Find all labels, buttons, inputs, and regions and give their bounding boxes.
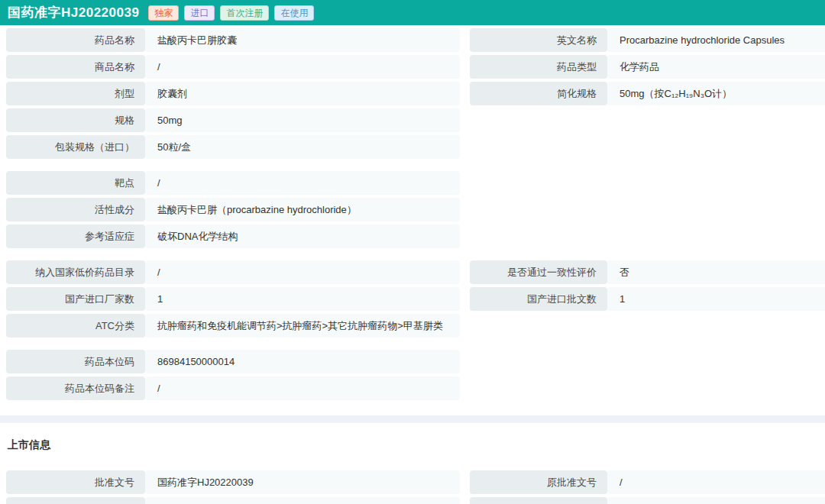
field-label: ATC分类 xyxy=(6,314,145,338)
badge-first-registration: 首次注册 xyxy=(220,5,269,21)
field-label: 活性成分 xyxy=(6,198,145,221)
table-row: 国产进口厂家数 1 国产进口批文数 1 xyxy=(6,287,825,311)
field-value: / xyxy=(145,171,460,195)
field-value xyxy=(145,497,460,504)
table-row: 纳入国家低价药品目录 / 是否通过一致性评价 否 xyxy=(6,260,825,284)
field-label: 批准文号 xyxy=(6,470,145,494)
field-value: / xyxy=(145,376,460,400)
table-row: 商品名称 / 药品类型 化学药品 xyxy=(6,55,825,79)
field-label: 国产进口批文数 xyxy=(470,287,607,311)
listing-section-title: 上市信息 xyxy=(8,438,825,452)
field-value: 盐酸丙卡巴肼胶囊 xyxy=(145,28,460,52)
field-value: 50mg xyxy=(145,108,460,132)
field-value: 1 xyxy=(145,287,460,311)
table-row: 批准文号 国药准字HJ20220039 原批准文号 / xyxy=(6,470,825,494)
field-value: 抗肿瘤药和免疫机能调节药>抗肿瘤药>其它抗肿瘤药物>甲基肼类 xyxy=(145,314,460,338)
approval-number-title: 国药准字HJ20220039 xyxy=(8,4,139,21)
field-label: 英文名称 xyxy=(470,28,607,52)
field-label: 简化规格 xyxy=(470,82,607,105)
field-label: 靶点 xyxy=(6,171,145,195)
field-label: 商品名称 xyxy=(6,55,145,79)
field-label: 药品名称 xyxy=(6,28,145,52)
field-value: 50mg（按C₁₂H₁₉N₃O计） xyxy=(607,82,825,105)
info-group-pharmacology: 靶点 / 活性成分 盐酸丙卡巴肼（procarbazine hydrochlor… xyxy=(0,171,825,248)
table-row: 活性成分 盐酸丙卡巴肼（procarbazine hydrochloride） xyxy=(6,198,825,221)
section-divider xyxy=(0,415,825,423)
listing-section: 批准文号 国药准字HJ20220039 原批准文号 / xyxy=(0,470,825,504)
table-row-clipped xyxy=(6,497,825,504)
field-label: 药品本位码 xyxy=(6,350,145,373)
table-row: 药品本位码 86984150000014 xyxy=(6,350,825,373)
field-value xyxy=(607,497,825,504)
field-value: 50粒/盒 xyxy=(145,135,460,159)
field-value: 国药准字HJ20220039 xyxy=(145,470,460,494)
table-row: 药品名称 盐酸丙卡巴肼胶囊 英文名称 Procarbazine hydrochl… xyxy=(6,28,825,52)
info-group-code: 药品本位码 86984150000014 药品本位码备注 / xyxy=(0,350,825,400)
table-row: 靶点 / xyxy=(6,171,825,195)
field-label: 药品本位码备注 xyxy=(6,376,145,400)
field-label: 是否通过一致性评价 xyxy=(470,260,607,284)
field-value: Procarbazine hydrochloride Capsules xyxy=(607,28,825,52)
field-value: / xyxy=(607,470,825,494)
badge-in-use: 在使用 xyxy=(274,5,314,21)
field-value: 破坏DNA化学结构 xyxy=(145,225,460,248)
badge-imported: 进口 xyxy=(184,5,215,21)
table-row: 药品本位码备注 / xyxy=(6,376,825,400)
field-label: 规格 xyxy=(6,108,145,132)
field-value: 化学药品 xyxy=(607,55,825,79)
table-row: 包装规格（进口） 50粒/盒 xyxy=(6,135,825,159)
table-row: ATC分类 抗肿瘤药和免疫机能调节药>抗肿瘤药>其它抗肿瘤药物>甲基肼类 xyxy=(6,314,825,338)
table-row: 参考适应症 破坏DNA化学结构 xyxy=(6,225,825,248)
field-value: 盐酸丙卡巴肼（procarbazine hydrochloride） xyxy=(145,198,460,221)
field-value: 1 xyxy=(607,287,825,311)
header-bar: 国药准字HJ20220039 独家 进口 首次注册 在使用 xyxy=(0,0,825,25)
field-label: 纳入国家低价药品目录 xyxy=(6,260,145,284)
field-label xyxy=(6,497,145,504)
table-row: 剂型 胶囊剂 简化规格 50mg（按C₁₂H₁₉N₃O计） xyxy=(6,82,825,105)
field-label: 国产进口厂家数 xyxy=(6,287,145,311)
info-group-basic: 药品名称 盐酸丙卡巴肼胶囊 英文名称 Procarbazine hydrochl… xyxy=(0,28,825,159)
field-value: / xyxy=(145,260,460,284)
field-value: 胶囊剂 xyxy=(145,82,460,105)
badge-group: 独家 进口 首次注册 在使用 xyxy=(148,5,319,21)
field-value: 否 xyxy=(607,260,825,284)
field-label xyxy=(470,497,607,504)
field-label: 参考适应症 xyxy=(6,225,145,248)
field-value: / xyxy=(145,55,460,79)
field-label: 药品类型 xyxy=(470,55,607,79)
field-label: 包装规格（进口） xyxy=(6,135,145,159)
drug-detail-page: 国药准字HJ20220039 独家 进口 首次注册 在使用 药品名称 盐酸丙卡巴… xyxy=(0,0,825,504)
field-label: 原批准文号 xyxy=(470,470,607,494)
field-label: 剂型 xyxy=(6,82,145,105)
field-value: 86984150000014 xyxy=(145,350,460,373)
info-group-catalog: 纳入国家低价药品目录 / 是否通过一致性评价 否 国产进口厂家数 1 国产进口批… xyxy=(0,260,825,338)
badge-exclusive: 独家 xyxy=(148,5,179,21)
table-row: 规格 50mg xyxy=(6,108,825,132)
